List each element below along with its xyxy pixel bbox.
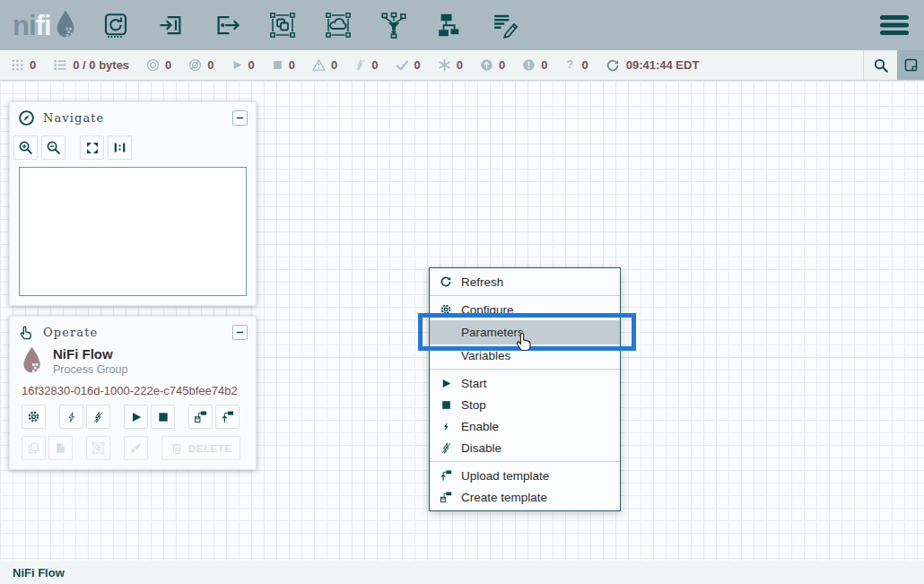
template-icon[interactable]	[432, 8, 466, 42]
menu-item-parameters[interactable]: Parameters	[430, 320, 620, 344]
upload-template-button[interactable]	[215, 405, 240, 429]
operate-collapse-button[interactable]	[232, 325, 248, 340]
create-template-icon	[194, 410, 207, 423]
stat-value: 0	[541, 58, 547, 72]
menu-item-start[interactable]: Start	[430, 372, 620, 394]
global-menu-icon[interactable]	[879, 13, 910, 37]
menu-item-stop[interactable]: Stop	[430, 394, 620, 415]
menu-item-configure[interactable]: Configure	[430, 299, 620, 320]
operate-header: Operate	[10, 317, 256, 345]
menu-item-variables[interactable]: Variables	[430, 344, 620, 366]
status-stats: 0 0 / 0 bytes 0 0 0 0	[11, 50, 588, 80]
processor-icon[interactable]	[99, 8, 133, 42]
group-button[interactable]	[86, 436, 110, 460]
create-template-button[interactable]	[188, 405, 213, 429]
enable-button[interactable]	[59, 405, 83, 429]
stat-sync-failure: ? 0	[564, 58, 588, 72]
create-template-icon	[439, 491, 453, 503]
menu-item-label: Stop	[461, 398, 486, 412]
hand-icon	[18, 324, 35, 341]
menu-item-label: Create template	[461, 491, 547, 504]
input-port-icon[interactable]	[154, 8, 188, 42]
zoom-actual-button[interactable]	[108, 135, 132, 160]
paste-button[interactable]	[48, 436, 73, 460]
color-button[interactable]	[124, 436, 148, 460]
last-refreshed-time: 09:41:44 EDT	[626, 58, 700, 72]
disable-button[interactable]	[86, 405, 110, 429]
stat-value: 0	[207, 58, 214, 72]
bolt-icon	[439, 421, 453, 432]
play-icon	[130, 411, 143, 423]
stat-stale: 0	[480, 58, 505, 72]
gear-icon	[439, 303, 453, 316]
upload-template-icon	[221, 410, 234, 423]
start-button[interactable]	[124, 405, 148, 429]
search-icon	[873, 57, 889, 74]
output-port-icon[interactable]	[210, 8, 244, 42]
stat-transmitting: 0	[146, 58, 171, 72]
stop-button[interactable]	[151, 405, 175, 429]
navigate-collapse-button[interactable]	[232, 110, 248, 126]
nifi-app: ni fi	[0, 0, 924, 584]
context-menu: Refresh Configure Parameters Variables S…	[429, 267, 621, 511]
svg-text:?: ?	[567, 58, 573, 71]
minus-icon	[235, 113, 245, 123]
stat-locally-modified: 0	[438, 58, 463, 72]
zoom-actual-icon	[113, 141, 126, 154]
menu-item-label: Upload template	[461, 469, 549, 483]
stat-value: 0	[499, 58, 505, 72]
process-group-icon[interactable]	[266, 8, 300, 42]
note-icon	[903, 57, 919, 73]
stat-active-threads: 0	[11, 58, 36, 72]
funnel-icon[interactable]	[377, 8, 411, 42]
refresh-icon	[606, 58, 620, 73]
breadcrumb-flow-name[interactable]: NiFi Flow	[13, 566, 65, 580]
stat-invalid: 0	[312, 58, 337, 72]
menu-item-label: Parameters	[461, 326, 524, 339]
menu-item-label: Variables	[461, 349, 510, 362]
menu-item-label: Disable	[461, 441, 501, 455]
zoom-in-icon	[18, 140, 33, 155]
nifi-drop-icon	[54, 10, 77, 40]
menu-item-label: Start	[461, 377, 487, 390]
navigate-title: Navigate	[43, 111, 104, 125]
delete-button[interactable]: DELETE	[161, 436, 240, 460]
stat-running: 0	[231, 58, 255, 72]
zoom-fit-button[interactable]	[80, 135, 104, 160]
birdseye-toggle-button[interactable]	[897, 50, 924, 80]
copy-button[interactable]	[22, 436, 46, 460]
stat-value: 0	[581, 58, 588, 72]
remote-process-group-icon[interactable]	[321, 8, 355, 42]
menu-item-label: Configure	[461, 303, 514, 317]
menu-item-refresh[interactable]: Refresh	[430, 271, 620, 292]
toolbar: ni fi	[0, 0, 924, 50]
menu-item-enable[interactable]: Enable	[430, 415, 620, 437]
flow-canvas[interactable]: Navigate	[0, 81, 924, 561]
menu-separator	[430, 295, 620, 296]
menu-item-create-template[interactable]: Create template	[430, 486, 620, 508]
zoom-out-button[interactable]	[41, 135, 65, 160]
selected-component-text: NiFi Flow Process Group	[53, 346, 127, 376]
brush-icon	[129, 441, 143, 455]
menu-item-disable[interactable]: Disable	[430, 437, 620, 458]
invalid-icon	[312, 58, 326, 72]
configure-button[interactable]	[22, 405, 46, 429]
refresh-status[interactable]: 09:41:44 EDT	[606, 50, 700, 80]
menu-item-upload-template[interactable]: Upload template	[430, 465, 620, 486]
birdseye-preview[interactable]	[19, 167, 247, 296]
bolt-slash-icon	[439, 442, 453, 454]
stat-value: 0	[457, 58, 463, 72]
stat-stopped: 0	[272, 58, 295, 72]
operate-panel: Operate NiFi Flow Process Group 16f32830…	[9, 316, 257, 470]
zoom-in-button[interactable]	[13, 135, 38, 160]
component-toolbar	[99, 8, 522, 42]
search-button[interactable]	[863, 50, 897, 80]
locally-modified-stale-icon	[522, 58, 536, 72]
refresh-icon	[439, 275, 453, 288]
process-group-drop-icon	[21, 346, 43, 376]
label-icon[interactable]	[488, 8, 522, 42]
status-bar: 0 0 / 0 bytes 0 0 0 0	[0, 50, 924, 81]
delete-label: DELETE	[188, 443, 231, 454]
stat-disabled: 0	[354, 58, 378, 72]
menu-item-label: Enable	[461, 420, 499, 433]
